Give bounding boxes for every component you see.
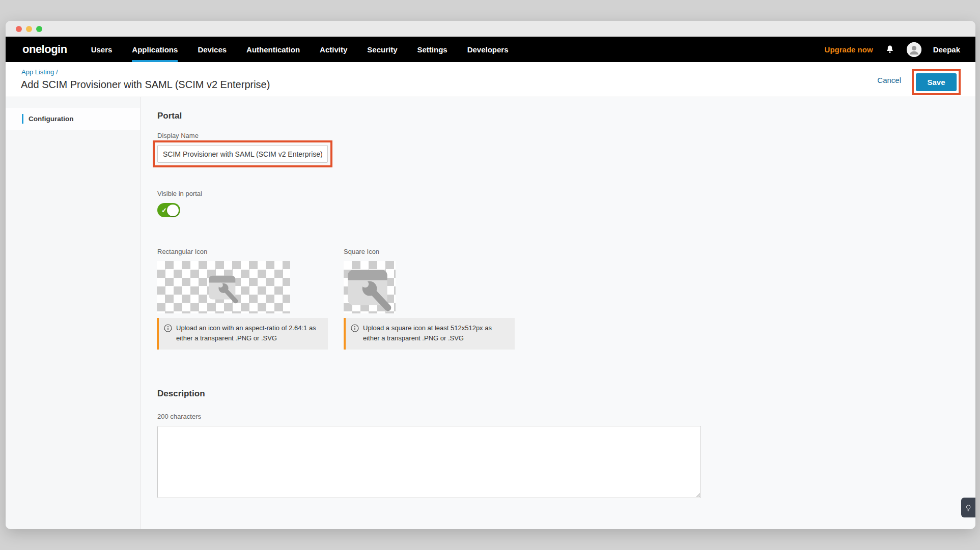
lightbulb-icon <box>964 504 972 512</box>
info-icon <box>351 324 359 332</box>
notifications-bell-icon[interactable] <box>885 44 895 54</box>
window-titlebar <box>6 21 975 37</box>
cancel-button[interactable]: Cancel <box>877 76 901 84</box>
portal-section-heading: Portal <box>157 111 182 121</box>
visible-in-portal-label: Visible in portal <box>157 190 202 197</box>
onelogin-logo[interactable]: onelogin <box>22 43 67 56</box>
top-navigation: onelogin Users Applications Devices Auth… <box>6 37 975 62</box>
character-counter: 200 characters <box>157 413 201 420</box>
nav-item-activity[interactable]: Activity <box>320 37 347 62</box>
breadcrumb[interactable]: App Listing / <box>21 68 58 76</box>
square-icon-upload[interactable] <box>344 261 396 313</box>
display-name-input[interactable] <box>157 145 328 163</box>
info-icon <box>164 324 172 332</box>
close-window-button[interactable] <box>16 26 22 32</box>
nav-item-developers[interactable]: Developers <box>467 37 509 62</box>
visible-in-portal-toggle[interactable]: ✓ <box>157 203 180 217</box>
rectangular-icon-label: Rectangular Icon <box>157 248 207 255</box>
square-icon-label: Square Icon <box>344 248 379 255</box>
nav-item-settings[interactable]: Settings <box>417 37 447 62</box>
display-name-annotation-box <box>153 140 332 167</box>
square-icon-hint: Upload a square icon at least 512x512px … <box>344 318 515 350</box>
minimize-window-button[interactable] <box>26 26 32 32</box>
description-textarea[interactable] <box>157 426 701 498</box>
main-menu: Users Applications Devices Authenticatio… <box>91 37 509 62</box>
page-title: Add SCIM Provisioner with SAML (SCIM v2 … <box>21 79 270 91</box>
description-section-heading: Description <box>157 389 205 399</box>
nav-item-applications[interactable]: Applications <box>132 37 178 62</box>
browser-window: onelogin Users Applications Devices Auth… <box>6 21 975 529</box>
save-button[interactable]: Save <box>916 73 957 91</box>
nav-item-authentication[interactable]: Authentication <box>246 37 300 62</box>
upgrade-now-link[interactable]: Upgrade now <box>825 45 873 54</box>
toggle-knob <box>167 205 179 216</box>
nav-item-devices[interactable]: Devices <box>198 37 227 62</box>
username-label[interactable]: Deepak <box>933 45 960 54</box>
help-lightbulb-button[interactable] <box>961 498 975 517</box>
page-header: App Listing / Add SCIM Provisioner with … <box>6 62 975 97</box>
active-indicator-bar <box>22 114 23 124</box>
nav-item-users[interactable]: Users <box>91 37 113 62</box>
app-window-wrench-icon <box>345 263 395 312</box>
main-content: Portal Display Name Visible in portal ✓ … <box>141 97 975 529</box>
zoom-window-button[interactable] <box>36 26 42 32</box>
rectangular-icon-upload[interactable] <box>157 261 290 313</box>
user-avatar[interactable] <box>907 42 921 57</box>
app-window-wrench-icon <box>207 271 240 304</box>
nav-item-security[interactable]: Security <box>367 37 397 62</box>
sidebar: Configuration <box>6 97 141 529</box>
save-annotation-box: Save <box>912 69 961 95</box>
person-icon <box>907 42 921 57</box>
check-icon: ✓ <box>161 207 167 214</box>
sidebar-item-configuration[interactable]: Configuration <box>6 108 140 130</box>
rectangular-icon-hint: Upload an icon with an aspect-ratio of 2… <box>157 318 328 350</box>
display-name-label: Display Name <box>157 132 199 139</box>
